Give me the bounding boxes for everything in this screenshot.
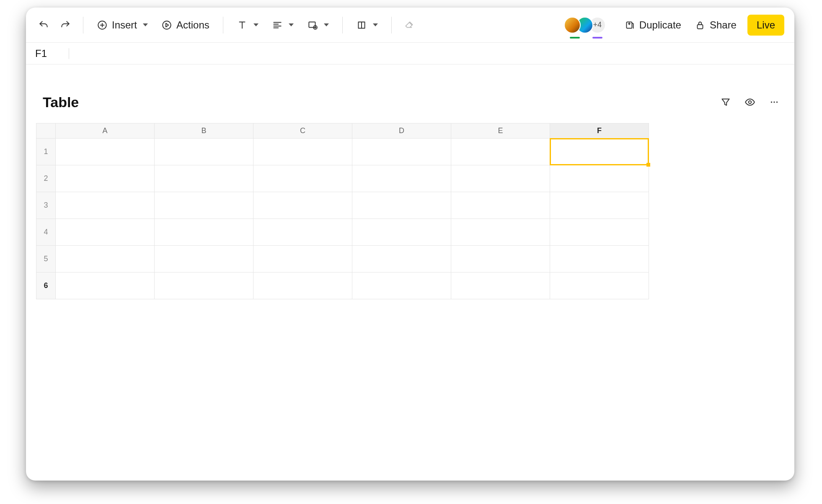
insert-button[interactable]: Insert bbox=[91, 15, 154, 35]
column-header[interactable]: F bbox=[550, 123, 649, 139]
grid-corner[interactable] bbox=[36, 123, 56, 139]
layout-button[interactable] bbox=[350, 15, 384, 35]
toolbar-separator bbox=[342, 17, 343, 33]
cell[interactable] bbox=[550, 192, 649, 219]
redo-icon bbox=[60, 20, 71, 31]
cell[interactable] bbox=[352, 273, 451, 299]
cell[interactable] bbox=[253, 273, 352, 299]
cell[interactable] bbox=[155, 246, 253, 273]
cell[interactable] bbox=[550, 165, 649, 192]
chevron-down-icon bbox=[253, 23, 258, 26]
toolbar-separator bbox=[223, 17, 223, 33]
column-header[interactable]: D bbox=[352, 123, 451, 139]
chevron-down-icon bbox=[289, 23, 294, 26]
cell[interactable] bbox=[550, 246, 649, 273]
eraser-button[interactable] bbox=[399, 15, 419, 35]
columns-icon bbox=[356, 20, 367, 31]
cell[interactable] bbox=[155, 273, 253, 299]
cell[interactable] bbox=[155, 165, 253, 192]
column-header[interactable]: C bbox=[253, 123, 352, 139]
cell[interactable] bbox=[550, 139, 649, 165]
cell[interactable] bbox=[253, 139, 352, 165]
cell[interactable] bbox=[155, 192, 253, 219]
formula-bar-separator bbox=[69, 48, 69, 59]
svg-rect-5 bbox=[697, 24, 703, 28]
share-label: Share bbox=[710, 19, 737, 31]
cell-format-button[interactable] bbox=[301, 15, 335, 35]
cell[interactable] bbox=[451, 139, 550, 165]
sheet-title[interactable]: Table bbox=[43, 94, 79, 111]
text-icon bbox=[237, 20, 248, 31]
cell[interactable] bbox=[253, 165, 352, 192]
cell[interactable] bbox=[56, 192, 155, 219]
cell[interactable] bbox=[253, 246, 352, 273]
row-header[interactable]: 4 bbox=[36, 219, 56, 246]
live-button[interactable]: Live bbox=[747, 15, 784, 36]
spreadsheet-grid[interactable]: ABCDEF 123456 bbox=[36, 123, 649, 299]
column-header[interactable]: B bbox=[155, 123, 253, 139]
actions-button[interactable]: Actions bbox=[155, 15, 215, 35]
row-header[interactable]: 6 bbox=[36, 273, 56, 299]
formula-input[interactable] bbox=[78, 48, 794, 59]
cell[interactable] bbox=[550, 273, 649, 299]
duplicate-label: Duplicate bbox=[639, 19, 681, 31]
svg-point-6 bbox=[749, 101, 752, 104]
row-header[interactable]: 3 bbox=[36, 192, 56, 219]
cell[interactable] bbox=[253, 192, 352, 219]
filter-icon bbox=[720, 97, 731, 108]
cell[interactable] bbox=[155, 219, 253, 246]
share-button[interactable]: Share bbox=[689, 15, 742, 35]
cell[interactable] bbox=[56, 219, 155, 246]
cell[interactable] bbox=[56, 273, 155, 299]
dots-horizontal-icon bbox=[769, 97, 780, 108]
cell[interactable] bbox=[352, 219, 451, 246]
cell[interactable] bbox=[451, 165, 550, 192]
column-header[interactable]: E bbox=[451, 123, 550, 139]
presence-dot bbox=[592, 37, 602, 39]
column-header[interactable]: A bbox=[56, 123, 155, 139]
eraser-icon bbox=[404, 20, 415, 31]
toolbar: Insert Actions bbox=[26, 8, 794, 43]
cell[interactable] bbox=[155, 139, 253, 165]
cell[interactable] bbox=[352, 165, 451, 192]
filter-button[interactable] bbox=[717, 94, 734, 111]
svg-point-9 bbox=[776, 101, 778, 103]
cell[interactable] bbox=[253, 219, 352, 246]
cell[interactable] bbox=[451, 246, 550, 273]
chevron-down-icon bbox=[324, 23, 329, 26]
duplicate-button[interactable]: Duplicate bbox=[618, 15, 687, 35]
cell[interactable] bbox=[352, 139, 451, 165]
text-format-button[interactable] bbox=[231, 15, 264, 35]
lock-icon bbox=[695, 20, 706, 31]
cell[interactable] bbox=[451, 219, 550, 246]
toolbar-separator bbox=[83, 17, 83, 33]
row-header[interactable]: 1 bbox=[36, 139, 56, 165]
cell[interactable] bbox=[56, 139, 155, 165]
svg-point-7 bbox=[771, 101, 772, 103]
svg-point-8 bbox=[773, 101, 775, 103]
align-button[interactable] bbox=[266, 15, 300, 35]
sheet-area: Table ABCDEF 123456 bbox=[26, 64, 794, 309]
cell[interactable] bbox=[56, 165, 155, 192]
live-label: Live bbox=[757, 19, 775, 31]
cell[interactable] bbox=[451, 192, 550, 219]
cell[interactable] bbox=[451, 273, 550, 299]
redo-button[interactable] bbox=[55, 15, 75, 35]
actions-label: Actions bbox=[176, 19, 209, 31]
visibility-button[interactable] bbox=[742, 94, 758, 111]
cell-reference[interactable]: F1 bbox=[35, 48, 60, 59]
presence-indicators bbox=[564, 37, 606, 39]
undo-button[interactable] bbox=[34, 15, 54, 35]
svg-point-1 bbox=[163, 21, 171, 29]
row-header[interactable]: 2 bbox=[36, 165, 56, 192]
svg-rect-2 bbox=[309, 22, 315, 27]
cell[interactable] bbox=[56, 246, 155, 273]
cell[interactable] bbox=[352, 246, 451, 273]
more-options-button[interactable] bbox=[766, 94, 783, 111]
avatar[interactable] bbox=[564, 17, 581, 33]
row-header[interactable]: 5 bbox=[36, 246, 56, 273]
cell[interactable] bbox=[352, 192, 451, 219]
cell[interactable] bbox=[550, 219, 649, 246]
duplicate-icon bbox=[624, 20, 635, 31]
presence-avatars[interactable]: +4 bbox=[564, 17, 606, 33]
